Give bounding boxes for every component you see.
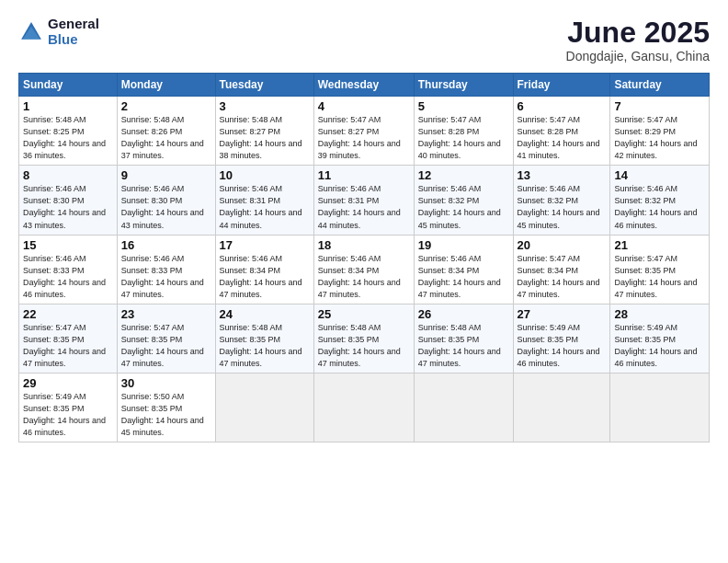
cell-info: Sunrise: 5:46 AM Sunset: 8:33 PM Dayligh… <box>121 253 211 301</box>
cell-4-5: 26 Sunrise: 5:48 AM Sunset: 8:35 PM Dayl… <box>414 304 513 373</box>
cell-info: Sunrise: 5:46 AM Sunset: 8:32 PM Dayligh… <box>614 183 705 231</box>
cell-info: Sunrise: 5:48 AM Sunset: 8:35 PM Dayligh… <box>220 322 310 370</box>
day-number: 3 <box>220 99 310 113</box>
logo: General Blue <box>18 17 99 47</box>
cell-info: Sunrise: 5:47 AM Sunset: 8:35 PM Dayligh… <box>614 253 705 301</box>
cell-5-4 <box>313 373 414 442</box>
cell-1-2: 2 Sunrise: 5:48 AM Sunset: 8:26 PM Dayli… <box>117 97 215 166</box>
day-number: 15 <box>23 238 113 252</box>
cell-5-1: 29 Sunrise: 5:49 AM Sunset: 8:35 PM Dayl… <box>19 373 118 442</box>
day-number: 25 <box>318 307 410 321</box>
day-number: 10 <box>220 168 310 182</box>
col-tuesday: Tuesday <box>215 74 313 97</box>
cell-1-4: 4 Sunrise: 5:47 AM Sunset: 8:27 PM Dayli… <box>313 97 414 166</box>
cell-1-1: 1 Sunrise: 5:48 AM Sunset: 8:25 PM Dayli… <box>19 97 118 166</box>
cell-info: Sunrise: 5:47 AM Sunset: 8:35 PM Dayligh… <box>121 322 211 370</box>
cell-5-3 <box>215 373 313 442</box>
day-number: 28 <box>614 307 705 321</box>
header-row: Sunday Monday Tuesday Wednesday Thursday… <box>19 74 710 97</box>
day-number: 27 <box>518 307 607 321</box>
day-number: 26 <box>418 307 509 321</box>
cell-info: Sunrise: 5:47 AM Sunset: 8:27 PM Dayligh… <box>318 114 410 162</box>
cell-4-1: 22 Sunrise: 5:47 AM Sunset: 8:35 PM Dayl… <box>19 304 118 373</box>
cell-info: Sunrise: 5:46 AM Sunset: 8:34 PM Dayligh… <box>418 253 509 301</box>
cell-4-7: 28 Sunrise: 5:49 AM Sunset: 8:35 PM Dayl… <box>610 304 710 373</box>
day-number: 5 <box>418 99 509 113</box>
cell-info: Sunrise: 5:46 AM Sunset: 8:34 PM Dayligh… <box>220 253 310 301</box>
day-number: 14 <box>614 168 705 182</box>
header: General Blue June 2025 Dongdajie, Gansu,… <box>18 17 710 63</box>
cell-info: Sunrise: 5:46 AM Sunset: 8:33 PM Dayligh… <box>23 253 113 301</box>
col-friday: Friday <box>513 74 610 97</box>
cell-info: Sunrise: 5:46 AM Sunset: 8:32 PM Dayligh… <box>518 183 607 231</box>
col-thursday: Thursday <box>414 74 513 97</box>
cell-info: Sunrise: 5:50 AM Sunset: 8:35 PM Dayligh… <box>121 391 211 439</box>
week-row-1: 1 Sunrise: 5:48 AM Sunset: 8:25 PM Dayli… <box>19 97 710 166</box>
cell-1-7: 7 Sunrise: 5:47 AM Sunset: 8:29 PM Dayli… <box>610 97 710 166</box>
cell-3-7: 21 Sunrise: 5:47 AM Sunset: 8:35 PM Dayl… <box>610 235 710 304</box>
cell-4-2: 23 Sunrise: 5:47 AM Sunset: 8:35 PM Dayl… <box>117 304 215 373</box>
logo-general-text: General <box>48 17 99 32</box>
col-wednesday: Wednesday <box>313 74 414 97</box>
day-number: 22 <box>23 307 113 321</box>
day-number: 1 <box>23 99 113 113</box>
week-row-5: 29 Sunrise: 5:49 AM Sunset: 8:35 PM Dayl… <box>19 373 710 442</box>
cell-info: Sunrise: 5:47 AM Sunset: 8:28 PM Dayligh… <box>518 114 607 162</box>
cell-2-2: 9 Sunrise: 5:46 AM Sunset: 8:30 PM Dayli… <box>117 166 215 235</box>
cell-2-5: 12 Sunrise: 5:46 AM Sunset: 8:32 PM Dayl… <box>414 166 513 235</box>
cell-info: Sunrise: 5:46 AM Sunset: 8:31 PM Dayligh… <box>220 183 310 231</box>
week-row-4: 22 Sunrise: 5:47 AM Sunset: 8:35 PM Dayl… <box>19 304 710 373</box>
cell-info: Sunrise: 5:47 AM Sunset: 8:34 PM Dayligh… <box>518 253 607 301</box>
cell-info: Sunrise: 5:49 AM Sunset: 8:35 PM Dayligh… <box>614 322 705 370</box>
cell-info: Sunrise: 5:48 AM Sunset: 8:26 PM Dayligh… <box>121 114 211 162</box>
cell-2-7: 14 Sunrise: 5:46 AM Sunset: 8:32 PM Dayl… <box>610 166 710 235</box>
title-block: June 2025 Dongdajie, Gansu, China <box>566 17 710 63</box>
day-number: 7 <box>614 99 705 113</box>
day-number: 8 <box>23 168 113 182</box>
cell-info: Sunrise: 5:46 AM Sunset: 8:30 PM Dayligh… <box>121 183 211 231</box>
cell-5-6 <box>513 373 610 442</box>
month-title: June 2025 <box>566 17 710 49</box>
day-number: 6 <box>518 99 607 113</box>
day-number: 30 <box>121 376 211 390</box>
cell-info: Sunrise: 5:49 AM Sunset: 8:35 PM Dayligh… <box>518 322 607 370</box>
cell-5-7 <box>610 373 710 442</box>
cell-info: Sunrise: 5:46 AM Sunset: 8:30 PM Dayligh… <box>23 183 113 231</box>
cell-3-1: 15 Sunrise: 5:46 AM Sunset: 8:33 PM Dayl… <box>19 235 118 304</box>
day-number: 21 <box>614 238 705 252</box>
col-sunday: Sunday <box>19 74 118 97</box>
cell-info: Sunrise: 5:46 AM Sunset: 8:34 PM Dayligh… <box>318 253 410 301</box>
cell-2-4: 11 Sunrise: 5:46 AM Sunset: 8:31 PM Dayl… <box>313 166 414 235</box>
day-number: 18 <box>318 238 410 252</box>
cell-info: Sunrise: 5:48 AM Sunset: 8:35 PM Dayligh… <box>418 322 509 370</box>
cell-info: Sunrise: 5:47 AM Sunset: 8:28 PM Dayligh… <box>418 114 509 162</box>
logo-blue-text: Blue <box>48 32 99 48</box>
logo-icon <box>18 19 44 45</box>
cell-3-5: 19 Sunrise: 5:46 AM Sunset: 8:34 PM Dayl… <box>414 235 513 304</box>
cell-2-1: 8 Sunrise: 5:46 AM Sunset: 8:30 PM Dayli… <box>19 166 118 235</box>
cell-3-3: 17 Sunrise: 5:46 AM Sunset: 8:34 PM Dayl… <box>215 235 313 304</box>
cell-info: Sunrise: 5:48 AM Sunset: 8:35 PM Dayligh… <box>318 322 410 370</box>
cell-3-4: 18 Sunrise: 5:46 AM Sunset: 8:34 PM Dayl… <box>313 235 414 304</box>
cell-4-3: 24 Sunrise: 5:48 AM Sunset: 8:35 PM Dayl… <box>215 304 313 373</box>
cell-2-3: 10 Sunrise: 5:46 AM Sunset: 8:31 PM Dayl… <box>215 166 313 235</box>
day-number: 17 <box>220 238 310 252</box>
cell-5-2: 30 Sunrise: 5:50 AM Sunset: 8:35 PM Dayl… <box>117 373 215 442</box>
cell-info: Sunrise: 5:49 AM Sunset: 8:35 PM Dayligh… <box>23 391 113 439</box>
day-number: 4 <box>318 99 410 113</box>
day-number: 11 <box>318 168 410 182</box>
logo-text: General Blue <box>48 17 99 47</box>
cell-info: Sunrise: 5:47 AM Sunset: 8:29 PM Dayligh… <box>614 114 705 162</box>
week-row-3: 15 Sunrise: 5:46 AM Sunset: 8:33 PM Dayl… <box>19 235 710 304</box>
cell-4-6: 27 Sunrise: 5:49 AM Sunset: 8:35 PM Dayl… <box>513 304 610 373</box>
col-monday: Monday <box>117 74 215 97</box>
cell-1-6: 6 Sunrise: 5:47 AM Sunset: 8:28 PM Dayli… <box>513 97 610 166</box>
cell-3-6: 20 Sunrise: 5:47 AM Sunset: 8:34 PM Dayl… <box>513 235 610 304</box>
day-number: 29 <box>23 376 113 390</box>
page: General Blue June 2025 Dongdajie, Gansu,… <box>0 0 728 563</box>
week-row-2: 8 Sunrise: 5:46 AM Sunset: 8:30 PM Dayli… <box>19 166 710 235</box>
day-number: 16 <box>121 238 211 252</box>
day-number: 9 <box>121 168 211 182</box>
cell-4-4: 25 Sunrise: 5:48 AM Sunset: 8:35 PM Dayl… <box>313 304 414 373</box>
cell-5-5 <box>414 373 513 442</box>
